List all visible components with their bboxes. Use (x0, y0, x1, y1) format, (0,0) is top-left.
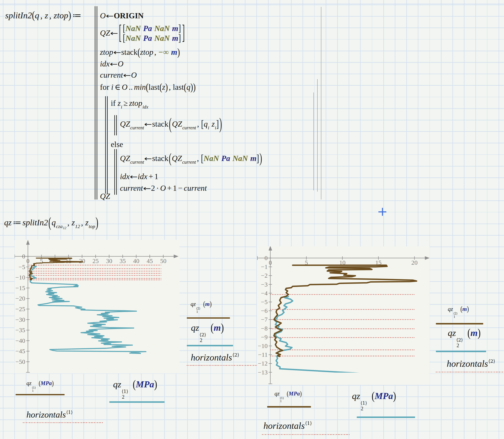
x-tick-label: 0 (26, 257, 30, 264)
legend-left-y2[interactable]: qz⟨2⟩2 (m) (191, 322, 224, 342)
y-tick-label: −20 (15, 295, 25, 302)
xy-plot-left[interactable]: 051015202530354045500−5−10−15−20−25−30−3… (15, 240, 180, 373)
legend-left-x1[interactable]: qz⟨1⟩1 (MPa) (26, 380, 54, 392)
y-tick-label: −11 (258, 351, 268, 358)
program-line-1[interactable]: QZ←[[NaNPaNaNm][NaNPaNaNm]] (100, 25, 185, 43)
x-tick-label: 0 (269, 259, 272, 266)
program-line-0[interactable]: O←ORIGIN (100, 11, 144, 20)
matrix-stack: [NaNPaNaNm][NaNPaNaNm] (123, 24, 181, 42)
artifact-line (317, 79, 318, 192)
program-bar (114, 149, 117, 195)
legend-left-x3[interactable]: horizontals⟨1⟩ (26, 410, 73, 420)
y-tick-label: −15 (15, 284, 25, 291)
y-tick-label: −8 (261, 325, 268, 332)
crosshair-cursor (382, 208, 383, 216)
sub-sup-stack: ⟨2⟩1 (453, 312, 457, 319)
legend-line (267, 406, 311, 408)
y-tick-label: −35 (15, 327, 25, 333)
y-tick-label: −10 (258, 342, 268, 349)
x-tick-label: 30 (106, 257, 112, 264)
program-line-6[interactable]: if zi≥ztopidx (111, 98, 148, 110)
artifact-line (313, 92, 314, 190)
legend-dotted-line (23, 422, 103, 423)
legend-left-y1[interactable]: qz⟨2⟩1 (m) (191, 301, 212, 313)
legend-right-y2[interactable]: qz⟨2⟩2 (m) (448, 328, 481, 348)
sub-sup-stack: ⟨1⟩1 (32, 386, 36, 392)
legend-line (187, 345, 233, 346)
program-line-11[interactable]: current←2·O+1−current (120, 183, 207, 193)
program-line-9[interactable]: QZcurrent←stack(QZcurrent,[NaNPaNaNm]) (120, 154, 262, 165)
x-tick-label: 45 (147, 257, 153, 264)
y-tick-label: −12 (258, 360, 268, 367)
x-tick-label: 20 (411, 259, 418, 266)
sub-sup-stack: ⟨2⟩2 (199, 333, 206, 343)
legend-right-x3[interactable]: horizontals⟨1⟩ (263, 420, 312, 431)
legend-right-x2[interactable]: qz⟨1⟩2 (MPa) (352, 391, 396, 411)
y-tick-label: 0 (22, 253, 25, 260)
legend-right-x1[interactable]: qz⟨1⟩1 (MPa) (274, 390, 302, 402)
legend-right-y1[interactable]: qz⟨2⟩1 (m) (448, 306, 469, 318)
x-tick-label: 40 (133, 257, 139, 264)
y-tick-label: −9 (261, 334, 268, 341)
y-tick-label: −40 (15, 337, 25, 344)
artifact-line (321, 7, 321, 199)
legend-line (436, 351, 486, 352)
y-tick-label: −50 (15, 358, 25, 365)
program-header[interactable]: splitIn2(q,z,ztop)≔ (5, 10, 83, 20)
y-tick-label: 0 (265, 255, 268, 261)
y-tick-label: −1 (261, 263, 268, 270)
program-line-10[interactable]: idx←idx+1 (120, 172, 158, 181)
legend-line (436, 323, 483, 324)
y-tick-label: −5 (19, 263, 25, 270)
program-line-5[interactable]: for i∈O..min(last(z),last(q)) (100, 83, 196, 92)
y-tick-label: −6 (261, 307, 268, 314)
legend-line (109, 401, 165, 403)
program-bar (114, 115, 117, 135)
legend-dotted-line (187, 365, 267, 366)
y-tick-label: −10 (15, 274, 25, 281)
mathcad-worksheet: { "program": { "header": [{"v":"splitIn2… (0, 0, 504, 439)
y-tick-label: −3 (261, 281, 268, 288)
sub-sup-stack: ⟨2⟩1 (196, 307, 200, 314)
legend-line (187, 317, 230, 319)
program-line-3[interactable]: idx←O (100, 59, 123, 68)
program-line-8[interactable]: else (111, 140, 123, 149)
program-bar (95, 6, 97, 199)
program-line-4[interactable]: current←O (100, 70, 137, 80)
y-tick-label: −30 (15, 316, 25, 323)
x-tick-label: 50 (160, 257, 166, 264)
qz-definition[interactable]: qz≔splitIn2(qcza12,z12,ztop) (4, 218, 99, 230)
legend-left-y3[interactable]: horizontals⟨2⟩ (191, 352, 239, 363)
x-tick-label: 25 (92, 257, 99, 264)
program-line-7[interactable]: QZcurrent←stack(QZcurrent,[qizi]) (120, 119, 222, 131)
sub-sup-stack: ⟨1⟩2 (122, 390, 128, 399)
legend-dotted-line (436, 372, 504, 372)
legend-right-y3[interactable]: horizontals⟨2⟩ (447, 358, 495, 369)
x-tick-label: 20 (79, 257, 85, 264)
xy-plot-right[interactable]: 051015200−1−2−3−4−5−6−7−8−9−10−11−12−13 (257, 246, 430, 385)
sub-sup-stack: ⟨1⟩1 (280, 397, 284, 403)
y-tick-label: −5 (261, 298, 268, 305)
program-line-2[interactable]: ztop←stack(ztop,−∞m) (100, 48, 180, 57)
y-tick-label: −25 (15, 305, 25, 312)
program-bar (105, 96, 108, 194)
legend-dotted-line (262, 434, 349, 435)
y-tick-label: −13 (258, 369, 268, 376)
legend-line (357, 416, 415, 418)
legend-left-x2[interactable]: qz⟨1⟩2 (MPa) (113, 379, 157, 399)
y-tick-label: −4 (261, 290, 268, 297)
sub-sup-stack: ⟨1⟩2 (360, 401, 367, 411)
x-tick-label: 35 (120, 257, 126, 264)
y-tick-label: −45 (15, 348, 25, 354)
legend-line (16, 394, 65, 395)
sub-sup-stack: ⟨2⟩2 (456, 338, 463, 348)
y-tick-label: −2 (261, 272, 268, 279)
y-tick-label: −7 (261, 316, 268, 323)
